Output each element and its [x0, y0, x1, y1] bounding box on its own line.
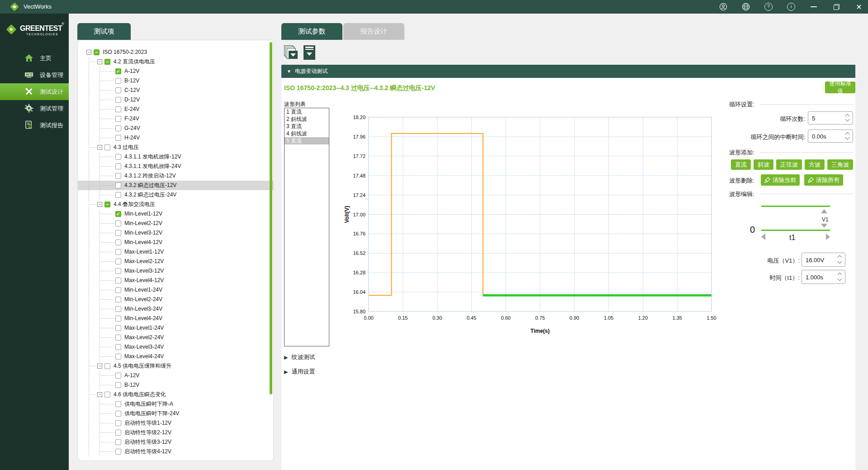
tree-row[interactable]: Max-Level3-24V [78, 342, 273, 352]
t1-increase-arrow[interactable] [826, 234, 830, 240]
apply-current-button[interactable] [303, 45, 317, 60]
tree-row[interactable]: Max-Level1-12V [78, 247, 273, 257]
tree-checkbox-unchecked[interactable] [115, 116, 121, 122]
v1-increase-arrow[interactable] [821, 209, 827, 213]
tree-checkbox-unchecked[interactable] [104, 144, 110, 150]
clear-all-button[interactable]: 清除所有 [804, 174, 843, 186]
tree-row[interactable]: C-12V [78, 86, 273, 95]
wave-add-button[interactable]: 三角波 [827, 159, 853, 170]
tree-row[interactable]: −4.6 供电电压瞬态变化 [78, 390, 273, 399]
tree-checkbox-unchecked[interactable] [115, 230, 121, 236]
tree-checkbox-unchecked[interactable] [115, 401, 121, 407]
tab-report-design[interactable]: 报告设计 [343, 23, 404, 40]
tree-checkbox-unchecked[interactable] [115, 268, 121, 274]
tree-checkbox-unchecked[interactable] [115, 335, 121, 341]
waveform-list-item[interactable]: 5 直流 [285, 137, 329, 144]
close-button[interactable]: ✕ [854, 2, 863, 11]
tree-checkbox-unchecked[interactable] [115, 420, 121, 426]
restore-button[interactable] [832, 2, 841, 11]
wave-add-button[interactable]: 方波 [805, 159, 825, 170]
sidebar-item-test-design[interactable]: 测试设计 [0, 83, 69, 100]
time-spinner[interactable]: 1.000s [802, 270, 845, 284]
tree-row[interactable]: 启动特性等级3-12V [78, 437, 273, 447]
tree-row[interactable]: E-24V [78, 105, 273, 114]
tree-checkbox-unchecked[interactable] [115, 430, 121, 436]
use-standard-values-button[interactable]: 使用标准值 [825, 82, 855, 93]
tree-row[interactable]: 4.3.1.1 发电机故障-12V [78, 152, 273, 162]
tree-checkbox-unchecked[interactable] [115, 240, 121, 245]
sidebar-item-device-manage[interactable]: 设备管理 [0, 67, 69, 83]
tree-checkbox-unchecked[interactable] [115, 106, 121, 112]
waveform-list-item[interactable]: 2 斜线波 [285, 115, 329, 123]
tree-checkbox-unchecked[interactable] [115, 192, 121, 198]
tree-row[interactable]: 启动特性等级1-12V [78, 418, 273, 428]
tree-checkbox-unchecked[interactable] [115, 344, 121, 350]
tree-row[interactable]: B-12V [78, 380, 273, 390]
tree-row[interactable]: 启动特性等级2-12V [78, 428, 273, 437]
v1-decrease-arrow[interactable] [821, 224, 827, 228]
tree-row[interactable]: H-24V [78, 133, 273, 143]
test-items-header-button[interactable]: 测试项 [77, 23, 131, 40]
tree-scrollbar-thumb[interactable] [270, 42, 272, 394]
tree-checkbox-unchecked[interactable] [115, 287, 121, 293]
tree-row[interactable]: −−4.2 直流供电电压 [78, 57, 273, 67]
tree-checkbox-unchecked[interactable] [115, 154, 121, 160]
loop-gap-spinner[interactable]: 0.00s [808, 129, 853, 143]
ripple-test-section-header[interactable]: ▶ 纹波测试 [284, 353, 315, 361]
tree-checkbox-unchecked[interactable] [115, 87, 121, 93]
waveform-list-item[interactable]: 3 直流 [285, 123, 329, 130]
tree-row[interactable]: 4.3.2 瞬态过电压-24V [78, 190, 273, 200]
voltage-value[interactable]: 16.00V [806, 256, 824, 263]
spinner-down-icon[interactable] [845, 135, 850, 140]
tree-checkbox-unchecked[interactable] [115, 163, 121, 169]
t1-decrease-arrow[interactable] [761, 234, 765, 240]
tree-expander[interactable]: − [97, 392, 102, 397]
tree-row[interactable]: ✓A-12V [78, 67, 273, 76]
tree-expander[interactable]: − [97, 364, 102, 369]
tree-row[interactable]: D-12V [78, 95, 273, 105]
tree-checkbox-unchecked[interactable] [115, 354, 121, 360]
tree-checkbox-unchecked[interactable] [115, 78, 121, 84]
loop-count-value[interactable]: 5 [812, 115, 815, 121]
tree-row[interactable]: Max-Level3-12V [78, 266, 273, 276]
tree-row[interactable]: Max-Level2-12V [78, 257, 273, 266]
tree-row[interactable]: −−4.4 叠加交流电压 [78, 200, 273, 209]
tree-expander[interactable]: − [97, 59, 102, 64]
tree-checkbox-unchecked[interactable] [115, 259, 121, 264]
tree-checkbox-unchecked[interactable] [115, 306, 121, 312]
tree-checkbox-partial[interactable]: − [104, 59, 110, 65]
sidebar-item-home[interactable]: 主页 [0, 50, 69, 67]
tree-row[interactable]: Min-Level3-12V [78, 228, 273, 238]
sidebar-item-test-manage[interactable]: 测试管理 [0, 100, 69, 117]
tree-checkbox-partial[interactable]: − [94, 49, 100, 55]
waveform-list-item[interactable]: 4 斜线波 [285, 130, 329, 137]
apply-to-all-button[interactable] [284, 45, 299, 60]
minimize-button[interactable] [809, 2, 818, 11]
tree-row[interactable]: Min-Level2-24V [78, 295, 273, 304]
general-settings-section-header[interactable]: ▶ 通用设置 [284, 368, 315, 376]
tree-checkbox-unchecked[interactable] [115, 135, 121, 141]
help-icon[interactable]: ? [764, 2, 773, 11]
wave-add-button[interactable]: 斜波 [754, 159, 773, 170]
tree-checkbox-unchecked[interactable] [115, 325, 121, 331]
tree-row[interactable]: 供电电压瞬时下降-24V [78, 409, 273, 418]
tree-row[interactable]: Max-Level1-24V [78, 323, 273, 333]
tree-checkbox-unchecked[interactable] [115, 249, 121, 255]
tree-checkbox-unchecked[interactable] [115, 182, 121, 188]
tree-checkbox-unchecked[interactable] [115, 316, 121, 321]
tree-checkbox-checked[interactable]: ✓ [115, 68, 121, 74]
sidebar-item-test-report[interactable]: 测试报告 [0, 117, 69, 134]
loop-gap-value[interactable]: 0.00s [812, 133, 826, 139]
tree-checkbox-checked[interactable]: ✓ [115, 211, 121, 217]
wave-add-button[interactable]: 直流 [731, 159, 751, 170]
tree-checkbox-unchecked[interactable] [115, 97, 121, 103]
tree-row[interactable]: B-12V [78, 76, 273, 86]
tree-row[interactable]: Max-Level4-12V [78, 276, 273, 285]
clear-current-button[interactable]: 清除当前 [761, 174, 800, 186]
tree-row[interactable]: G-24V [78, 124, 273, 133]
tree-checkbox-unchecked[interactable] [104, 363, 110, 369]
tree-checkbox-unchecked[interactable] [115, 373, 121, 379]
tree-row[interactable]: Max-Level4-24V [78, 352, 273, 361]
tree-row[interactable]: Min-Level2-12V [78, 219, 273, 228]
tree-checkbox-unchecked[interactable] [115, 439, 121, 445]
